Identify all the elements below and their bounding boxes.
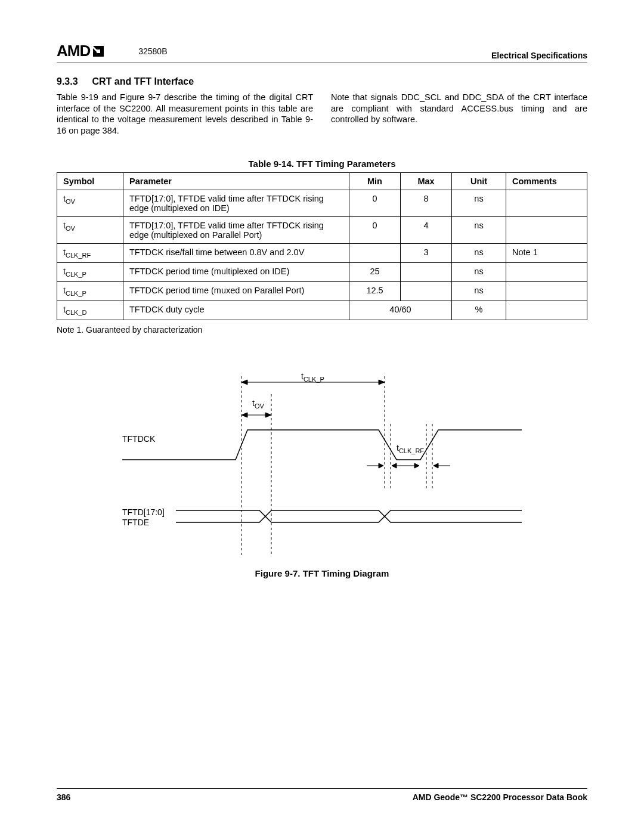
table-row: tCLK_PTFTDCK period time (muxed on Paral… <box>57 281 587 301</box>
tftd-label: TFTD[17:0] <box>122 507 165 517</box>
svg-marker-16 <box>414 463 419 468</box>
table-row: tOVTFTD[17:0], TFTDE valid time after TF… <box>57 217 587 244</box>
table-row: tCLK_DTFTDCK duty cycle40/60% <box>57 301 587 320</box>
table-row: tOVTFTD[17:0], TFTDE valid time after TF… <box>57 190 587 217</box>
body-right-column: Note that signals DDC_SCL and DDC_SDA of… <box>331 92 587 136</box>
tftdck-label: TFTDCK <box>122 434 156 444</box>
timing-diagram: tCLK_P tOV TFTDCK tCLK_RF <box>57 370 587 561</box>
tov-label: tOV <box>252 398 264 410</box>
col-min: Min <box>349 173 401 190</box>
tftde-label: TFTDE <box>122 518 149 527</box>
doc-number: 32580B <box>138 47 167 56</box>
tclk-rf-label: tCLK_RF <box>397 443 424 454</box>
table-row: tCLK_RFTFTDCK rise/fall time between 0.8… <box>57 244 587 263</box>
col-max: Max <box>401 173 452 190</box>
svg-marker-11 <box>265 413 271 417</box>
figure-caption: Figure 9-7. TFT Timing Diagram <box>57 568 587 578</box>
svg-marker-10 <box>242 413 247 417</box>
table-note: Note 1. Guaranteed by characterization <box>57 325 587 335</box>
svg-marker-13 <box>379 463 383 468</box>
col-unit: Unit <box>452 173 506 190</box>
svg-marker-18 <box>434 463 438 468</box>
table-header-row: Symbol Parameter Min Max Unit Comments <box>57 173 587 190</box>
tclk-p-label: tCLK_P <box>301 371 324 383</box>
header-section-title: Electrical Specifications <box>491 51 587 60</box>
col-symbol: Symbol <box>57 173 123 190</box>
svg-marker-15 <box>392 463 397 468</box>
body-left-column: Table 9-19 and Figure 9-7 describe the t… <box>57 92 313 136</box>
page-number: 386 <box>57 792 70 802</box>
section-title: CRT and TFT Interface <box>92 76 194 86</box>
page-footer: 386 AMD Geode™ SC2200 Processor Data Boo… <box>57 788 587 802</box>
page-header: AMD 32580B Electrical Specifications <box>57 42 587 63</box>
body-columns: Table 9-19 and Figure 9-7 describe the t… <box>57 92 587 136</box>
section-heading: 9.3.3 CRT and TFT Interface <box>57 76 587 87</box>
footer-title: AMD Geode™ SC2200 Processor Data Book <box>413 792 587 802</box>
col-comments: Comments <box>506 173 587 190</box>
col-parameter: Parameter <box>123 173 349 190</box>
amd-logo: AMD <box>57 42 106 60</box>
svg-marker-8 <box>379 380 385 385</box>
svg-marker-7 <box>242 380 247 385</box>
table-row: tCLK_PTFTDCK period time (multiplexed on… <box>57 263 587 282</box>
timing-parameters-table: Symbol Parameter Min Max Unit Comments t… <box>57 172 587 320</box>
amd-arrow-icon <box>91 44 106 58</box>
table-caption: Table 9-14. TFT Timing Parameters <box>57 159 587 169</box>
section-number: 9.3.3 <box>57 76 89 87</box>
